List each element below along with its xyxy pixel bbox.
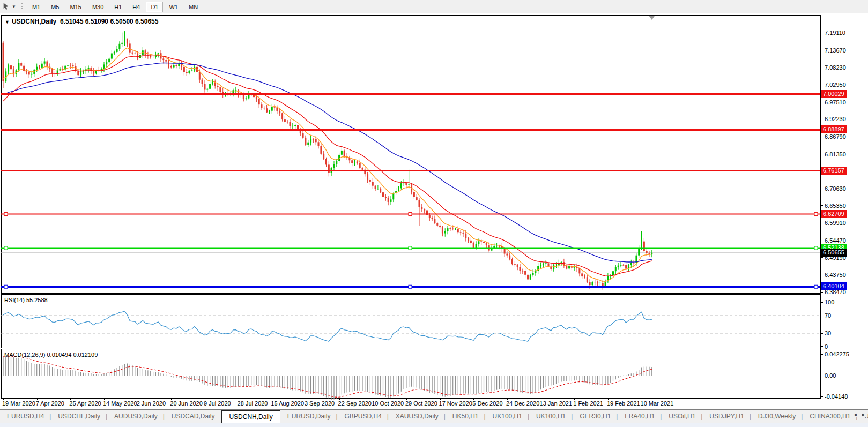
date-tick-mark: [205, 398, 205, 400]
date-tick-label: 15 Aug 2020: [271, 400, 304, 407]
price-tick-mark: [820, 275, 823, 275]
date-tick-label: 2 Jun 2020: [137, 400, 166, 407]
price-tick-label: 7.08230: [825, 64, 846, 71]
chart-tab-hk50-h1[interactable]: HK50,H1: [446, 410, 486, 423]
macd-tick-label: 0.042275: [825, 351, 849, 357]
hline-price-tag[interactable]: 6.40104: [821, 282, 847, 290]
current-price-tag: 6.50655: [821, 249, 847, 257]
price-tick-mark: [820, 154, 823, 154]
tab-scroll-arrows[interactable]: ◄ ►: [851, 412, 867, 417]
hline-price-tag[interactable]: 6.88897: [821, 125, 847, 133]
rsi-tick-label: 70: [825, 312, 831, 319]
macd-tick-mark: [820, 376, 823, 376]
date-tick-label: 24 Dec 2020: [506, 400, 539, 407]
chart-tab-uk100-h1[interactable]: UK100,H1: [486, 410, 529, 423]
chart-tab-audusd-daily[interactable]: AUDUSD,Daily: [107, 410, 165, 423]
date-tick-mark: [373, 398, 373, 400]
date-tick-mark: [608, 398, 609, 400]
price-tick-mark: [820, 68, 823, 68]
chart-tab-usdcad-daily[interactable]: USDCAD,Daily: [165, 410, 222, 423]
rsi-tick-mark: [820, 346, 823, 347]
price-tick-mark: [820, 223, 823, 223]
timeframe-button-M5[interactable]: M5: [46, 2, 64, 12]
date-tick-mark: [37, 398, 38, 400]
date-tick-mark: [306, 398, 306, 400]
date-tick-mark: [406, 398, 407, 400]
chart-tab-uk100-h1[interactable]: UK100,H1: [529, 410, 573, 423]
date-tick-mark: [3, 398, 4, 400]
timeframe-button-D1[interactable]: D1: [146, 2, 163, 12]
candlestick-plot[interactable]: [0, 15, 868, 293]
timeframe-toolbar: ▼ M1M5M15M30H1H4D1W1MN: [0, 0, 868, 13]
chart-tab-usdchf-daily[interactable]: USDCHF,Daily: [51, 410, 107, 423]
rsi-tick-mark: [820, 302, 823, 303]
date-tick-label: 10 Mar 2021: [641, 400, 674, 407]
timeframe-button-W1[interactable]: W1: [164, 2, 183, 12]
date-tick-mark: [272, 398, 272, 400]
date-tick-label: 22 Sep 2020: [338, 400, 372, 407]
chart-tab-eurusd-daily[interactable]: EURUSD,Daily: [280, 410, 338, 423]
price-tick-mark: [820, 205, 823, 206]
price-tick-mark: [820, 102, 823, 102]
timeframe-button-MN[interactable]: MN: [184, 2, 203, 12]
timeframe-button-M30[interactable]: M30: [87, 2, 108, 12]
cursor-tool-icon[interactable]: [1, 2, 12, 11]
date-tick-mark: [541, 398, 541, 400]
chart-ohlc-values: 6.51045 6.51090 6.50500 6.50655: [60, 18, 159, 25]
rsi-plot[interactable]: [0, 294, 868, 347]
price-tick-label: 6.54470: [825, 237, 846, 244]
rsi-tick-label: 0: [825, 343, 828, 350]
chart-tab-eurusd-h4[interactable]: EURUSD,H4: [0, 410, 51, 423]
date-tick-label: 17 Nov 2020: [439, 400, 472, 407]
price-tick-mark: [820, 292, 823, 293]
tool-dropdown-caret-icon[interactable]: ▼: [12, 4, 16, 9]
price-tick-label: 6.59910: [825, 220, 846, 226]
toolbar-grip-handle[interactable]: [20, 2, 24, 11]
date-tick-label: 20 Jun 2020: [170, 400, 203, 407]
chart-tab-fra40-h1[interactable]: FRA40,H1: [618, 410, 662, 423]
chart-tab-usdjpy-h1[interactable]: USDJPY,H1: [702, 410, 751, 423]
timeframe-button-M1[interactable]: M1: [27, 2, 45, 12]
rsi-tick-label: 30: [825, 330, 831, 336]
date-tick-mark: [239, 398, 239, 400]
hline-price-tag[interactable]: 6.76157: [821, 167, 847, 175]
price-tick-label: 6.97510: [825, 99, 846, 106]
date-tick-label: 29 Oct 2020: [405, 400, 437, 407]
macd-label: MACD(12,26,9) 0.010494 0.012109: [4, 351, 98, 358]
price-tick-mark: [820, 85, 823, 85]
date-tick-label: 25 Apr 2020: [69, 400, 101, 407]
chart-tab-dj30-weekly[interactable]: DJ30,Weekly: [751, 410, 803, 423]
date-tick-mark: [70, 398, 71, 400]
chart-tab-usoil-h1[interactable]: USOil,H1: [662, 410, 702, 423]
chart-tab-ger30-h1[interactable]: GER30,H1: [573, 410, 618, 423]
price-tick-label: 6.86790: [825, 133, 846, 140]
date-tick-label: 19 Feb 2021: [607, 400, 640, 407]
chart-tab-china300-h1[interactable]: CHINA300,H1: [803, 410, 857, 423]
macd-plot[interactable]: [0, 349, 868, 398]
rsi-label: RSI(14) 55.2588: [4, 297, 48, 303]
date-tick-label: 10 Oct 2020: [372, 400, 404, 407]
timeframe-button-M15[interactable]: M15: [65, 2, 86, 12]
date-tick-label: 9 Jul 2020: [204, 400, 231, 407]
chart-tab-xauusd-daily[interactable]: XAUUSD,Daily: [389, 410, 446, 423]
date-tick-label: 14 May 2020: [103, 400, 137, 407]
date-tick-label: 28 Jul 2020: [238, 400, 268, 407]
hline-price-tag[interactable]: 6.62709: [821, 210, 847, 218]
chart-tab-usdcnh-daily[interactable]: USDCNH,Daily: [221, 410, 280, 423]
chart-collapse-icon[interactable]: ▼: [5, 19, 10, 25]
price-tick-label: 7.19110: [825, 29, 845, 36]
date-tick-label: 7 Apr 2020: [36, 400, 64, 407]
rsi-tick-mark: [820, 316, 823, 316]
hline-price-tag[interactable]: 7.00029: [821, 90, 847, 98]
price-tick-mark: [820, 257, 823, 258]
date-tick-mark: [473, 398, 474, 400]
chart-tab-gbpusd-h4[interactable]: GBPUSD,H4: [337, 410, 388, 423]
chart-tab-bar: EURUSD,H4USDCHF,DailyAUDUSD,DailyUSDCAD,…: [0, 410, 868, 423]
timeframe-button-H1[interactable]: H1: [109, 2, 127, 12]
price-tick-label: 6.92230: [825, 116, 846, 122]
macd-tick-label: 0.00: [825, 372, 836, 379]
timeframe-button-H4[interactable]: H4: [128, 2, 145, 12]
date-tick-label: 13 Jan 2021: [540, 400, 573, 407]
price-tick-label: 6.81350: [825, 151, 846, 158]
chart-title: ▼USDCNH,Daily 6.51045 6.51090 6.50500 6.…: [5, 18, 158, 25]
